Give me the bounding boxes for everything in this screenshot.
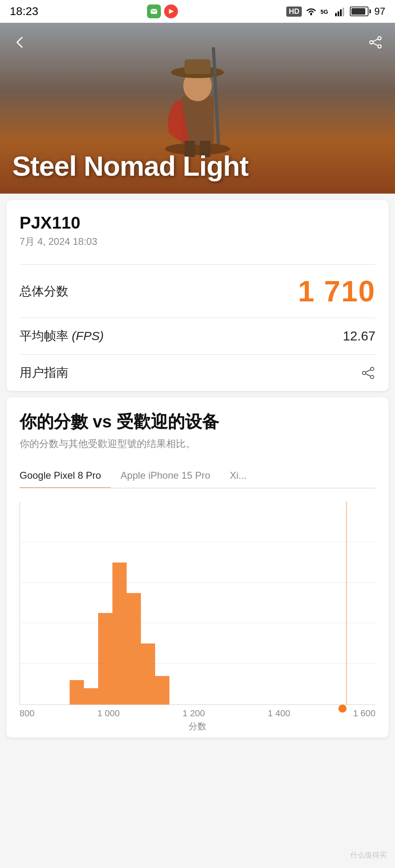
result-card: PJX110 7月 4, 2024 18:03 总体分数 1 710 平均帧率 … <box>7 200 388 391</box>
guide-row[interactable]: 用户指南 <box>20 354 375 391</box>
bar-6 <box>141 643 155 704</box>
status-time: 18:23 <box>10 5 38 18</box>
compare-subtitle: 你的分数与其他受歡迎型號的结果相比。 <box>20 437 375 450</box>
chart-container: 800 1 000 1 200 1 400 1 600 分数 <box>20 502 375 737</box>
svg-marker-1 <box>169 9 174 14</box>
bar-7 <box>155 676 169 704</box>
chart-area <box>20 502 375 705</box>
total-score-row: 总体分数 1 710 <box>20 264 375 318</box>
5g-icon: 5G <box>320 7 332 16</box>
fps-row: 平均帧率 (FPS) 12.67 <box>20 318 375 354</box>
svg-point-16 <box>378 37 381 40</box>
bar-2 <box>84 688 98 704</box>
svg-text:5G: 5G <box>320 9 328 15</box>
svg-point-18 <box>370 41 373 44</box>
svg-line-19 <box>373 39 378 41</box>
tab-apple-iphone[interactable]: Apple iPhone 15 Pro <box>111 463 220 488</box>
x-label-1400: 1 400 <box>268 708 290 719</box>
share-button-hero[interactable] <box>364 31 387 54</box>
tab-xi[interactable]: Xi... <box>220 463 256 488</box>
compare-section: 你的分數 vs 受歡迎的设备 你的分数与其他受歡迎型號的结果相比。 Google… <box>7 397 388 737</box>
svg-rect-7 <box>342 8 344 16</box>
fps-value: 12.67 <box>343 329 375 344</box>
x-label-800: 800 <box>20 708 35 719</box>
bar-3 <box>98 613 112 704</box>
bar-4 <box>112 563 127 704</box>
total-score-value: 1 710 <box>298 275 375 308</box>
svg-line-20 <box>373 43 378 46</box>
hero-title: Steel Nomad Light <box>12 151 248 181</box>
total-score-label: 总体分数 <box>20 283 68 300</box>
signal-icon <box>335 7 347 16</box>
svg-rect-4 <box>335 13 337 16</box>
x-label-1000: 1 000 <box>97 708 120 719</box>
fps-label: 平均帧率 (FPS) <box>20 328 104 345</box>
bar-1 <box>70 680 84 704</box>
guide-share-icon[interactable] <box>361 366 375 380</box>
svg-point-22 <box>371 375 374 379</box>
score-dot <box>338 704 347 713</box>
status-right-icons: HD 5G 97 <box>286 6 385 17</box>
svg-point-17 <box>378 45 381 48</box>
watermark: 什么值得买 <box>350 850 387 860</box>
wifi-icon <box>305 7 317 16</box>
battery-icon <box>350 7 371 16</box>
compare-title: 你的分數 vs 受歡迎的设备 <box>20 410 375 433</box>
svg-line-25 <box>366 374 371 376</box>
hd-badge: HD <box>286 7 302 17</box>
x-axis-labels: 800 1 000 1 200 1 400 1 600 <box>20 705 375 719</box>
result-id: PJX110 <box>20 213 375 233</box>
svg-point-23 <box>362 371 366 375</box>
result-date: 7月 4, 2024 18:03 <box>20 235 375 248</box>
hero-illustration <box>136 39 259 161</box>
hero-section: Steel Nomad Light <box>0 23 395 194</box>
svg-point-2 <box>310 13 312 15</box>
svg-rect-12 <box>184 59 211 74</box>
status-bar: 18:23 HD 5G 97 <box>0 0 395 23</box>
x-label-1200: 1 200 <box>182 708 205 719</box>
svg-line-24 <box>366 370 371 372</box>
battery-level: 97 <box>374 6 385 17</box>
orange-vertical-line <box>346 502 347 704</box>
x-axis-title: 分数 <box>20 720 375 733</box>
svg-point-21 <box>371 367 374 371</box>
status-icons-left <box>147 4 178 18</box>
back-button[interactable] <box>8 31 31 54</box>
message-icon <box>147 4 161 18</box>
x-label-1600: 1 600 <box>353 708 375 719</box>
video-icon <box>164 4 178 18</box>
tab-google-pixel[interactable]: Google Pixel 8 Pro <box>20 463 111 488</box>
device-tabs: Google Pixel 8 Pro Apple iPhone 15 Pro X… <box>20 463 375 489</box>
svg-rect-6 <box>340 9 342 16</box>
svg-rect-5 <box>338 11 339 16</box>
bar-5 <box>127 593 141 704</box>
guide-label: 用户指南 <box>20 364 68 381</box>
